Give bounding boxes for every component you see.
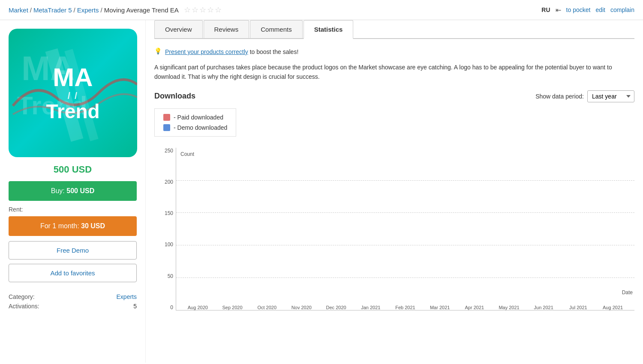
y-label: 250 — [154, 148, 176, 154]
tip-bulb-icon: 💡 — [154, 48, 162, 54]
logo-ma: MA — [46, 65, 99, 90]
downloads-header: Downloads Show data period: Last weekLas… — [154, 90, 634, 102]
downloads-title: Downloads — [154, 92, 195, 101]
star-3[interactable]: ☆ — [199, 5, 206, 15]
complain-link[interactable]: complain — [610, 6, 634, 13]
rent-month-label: For 1 month: — [40, 222, 81, 230]
x-label: Dec 2020 — [319, 303, 354, 310]
product-price: 500 USD — [9, 164, 137, 175]
y-axis: 250200150100500 — [154, 148, 176, 310]
activations-value: 5 — [133, 303, 137, 310]
header-actions: RU ⇤ to pocket edit complain — [541, 6, 634, 14]
x-label: Mar 2021 — [423, 303, 457, 310]
product-logo: MA Trend MA / / Trend — [9, 29, 137, 157]
x-label: Apr 2021 — [457, 303, 492, 310]
language-selector[interactable]: RU — [541, 6, 550, 13]
buy-button[interactable]: Buy: 500 USD — [9, 181, 137, 201]
star-rating: ☆ ☆ ☆ ☆ ☆ — [184, 5, 222, 15]
category-row: Category: Experts — [9, 293, 137, 300]
grid-line — [176, 277, 634, 278]
breadcrumb: Market / MetaTrader 5 / Experts / Moving… — [9, 5, 222, 15]
sep2: / — [74, 6, 75, 14]
legend-paid-label: - Paid downloaded — [174, 114, 223, 121]
star-4[interactable]: ☆ — [207, 5, 214, 15]
x-label: Aug 2020 — [180, 303, 215, 310]
tab-statistics[interactable]: Statistics — [303, 20, 354, 39]
y-label: 0 — [154, 304, 176, 310]
chart-area: Count Date Aug 2020Sep 2020Oct 2020Nov 2… — [176, 148, 634, 310]
legend-paid: - Paid downloaded — [163, 114, 227, 121]
star-5[interactable]: ☆ — [215, 5, 222, 15]
add-favorites-button[interactable]: Add to favorites — [9, 264, 137, 282]
sep1: / — [30, 6, 32, 14]
star-2[interactable]: ☆ — [192, 5, 198, 15]
sidebar: MA Trend MA / / Trend 500 USD Buy: 500 U… — [0, 20, 146, 363]
breadcrumb-experts[interactable]: Experts — [77, 6, 99, 14]
x-label: Feb 2021 — [388, 303, 423, 310]
rent-button[interactable]: For 1 month: 30 USD — [9, 216, 137, 236]
legend-paid-box — [163, 114, 170, 121]
x-label: May 2021 — [492, 303, 526, 310]
share-icon[interactable]: ⇤ — [556, 6, 561, 14]
rent-price: 30 USD — [81, 222, 105, 230]
x-axis: Aug 2020Sep 2020Oct 2020Nov 2020Dec 2020… — [176, 303, 634, 310]
tip-text: Present your products correctly to boost… — [165, 48, 298, 57]
tip-link[interactable]: Present your products correctly — [165, 48, 248, 55]
y-label: 100 — [154, 242, 176, 248]
buy-label: Buy: — [51, 187, 66, 194]
edit-link[interactable]: edit — [595, 6, 605, 13]
period-dropdown[interactable]: Last weekLast monthLast yearAll time — [587, 90, 634, 102]
star-1[interactable]: ☆ — [184, 5, 191, 15]
x-label: Aug 2021 — [595, 303, 630, 310]
meta-info: Category: Experts Activations: 5 — [9, 293, 137, 310]
free-demo-button[interactable]: Free Demo — [9, 241, 137, 260]
legend-demo: - Demo downloaded — [163, 124, 227, 131]
x-label: Jun 2021 — [526, 303, 561, 310]
activations-row: Activations: 5 — [9, 303, 137, 310]
x-label: Oct 2020 — [249, 303, 284, 310]
x-label: Nov 2020 — [284, 303, 319, 310]
tabs-bar: Overview Reviews Comments Statistics — [154, 20, 634, 39]
bars-wrapper — [176, 148, 634, 310]
chart-legend: - Paid downloaded - Demo downloaded — [154, 108, 236, 137]
x-label: Sep 2020 — [215, 303, 250, 310]
category-label: Category: — [9, 293, 35, 300]
content-area: Overview Reviews Comments Statistics 💡 P… — [146, 20, 643, 363]
main-content: MA Trend MA / / Trend 500 USD Buy: 500 U… — [0, 20, 643, 363]
breadcrumb-market[interactable]: Market — [9, 6, 28, 14]
description-text: A significant part of purchases takes pl… — [154, 63, 634, 82]
legend-demo-box — [163, 124, 170, 131]
x-label: Jan 2021 — [353, 303, 388, 310]
tab-reviews[interactable]: Reviews — [204, 20, 249, 38]
grid-line — [176, 245, 634, 245]
activations-label: Activations: — [9, 303, 39, 310]
x-label: Jul 2021 — [561, 303, 596, 310]
header: Market / MetaTrader 5 / Experts / Moving… — [0, 0, 643, 20]
period-label: Show data period: — [535, 93, 584, 100]
tab-comments[interactable]: Comments — [250, 20, 303, 38]
breadcrumb-current: Moving Average Trend EA — [104, 6, 179, 14]
tab-overview[interactable]: Overview — [154, 20, 203, 38]
breadcrumb-mt5[interactable]: MetaTrader 5 — [33, 6, 72, 14]
rent-label: Rent: — [9, 206, 137, 213]
grid-line — [176, 180, 634, 181]
sep3: / — [101, 6, 102, 14]
y-label: 150 — [154, 210, 176, 216]
tip-bar: 💡 Present your products correctly to boo… — [154, 48, 634, 57]
y-label: 50 — [154, 273, 176, 279]
logo-trend: Trend — [46, 101, 99, 121]
grid-line — [176, 212, 634, 213]
category-value[interactable]: Experts — [117, 293, 137, 300]
tip-suffix: to boost the sales! — [248, 48, 299, 55]
y-label: 200 — [154, 179, 176, 185]
logo-text-block: MA / / Trend — [46, 65, 99, 121]
chart-container: 250200150100500 Count Date Aug 2020Sep 2… — [154, 148, 634, 323]
period-selector: Show data period: Last weekLast monthLas… — [535, 90, 634, 102]
legend-demo-label: - Demo downloaded — [174, 124, 227, 131]
to-pocket-link[interactable]: to pocket — [566, 6, 591, 13]
buy-price: 500 USD — [66, 187, 94, 194]
